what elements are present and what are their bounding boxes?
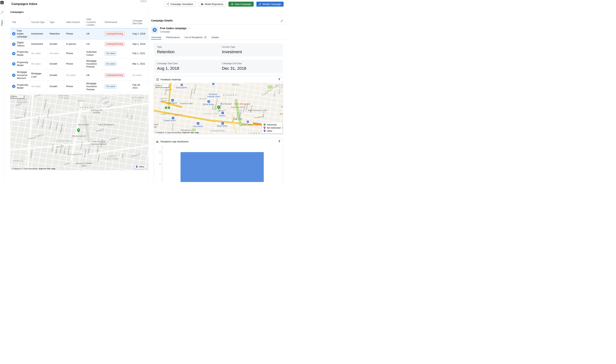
map-label: Mmuseumm xyxy=(181,129,191,131)
map-label: Ridge St xyxy=(261,111,265,118)
map-label: N Moore St xyxy=(161,113,170,115)
map-label: Norfolk St xyxy=(249,105,253,113)
modify-campaign-button[interactable]: Modify Campaign xyxy=(256,2,284,7)
campaign-simulation-button[interactable]: Campaign Simulation xyxy=(164,2,196,7)
type-cell: Retention xyxy=(48,92,64,93)
feedback-heatmap-card: Feedback heatmap SOHONOHOBOWERYLITTLE IT… xyxy=(154,76,283,134)
tab[interactable]: Details xyxy=(211,35,219,40)
performance-cell: No value xyxy=(103,58,131,70)
column-header[interactable]: Account Type xyxy=(29,16,48,28)
start-date-cell: Aug 1, 2018 xyxy=(131,28,148,40)
map-label: Ave A xyxy=(273,92,276,97)
map-marker-pin[interactable] xyxy=(77,129,80,132)
map-icon xyxy=(156,78,159,81)
map-label: M xyxy=(221,122,224,125)
pin-icon xyxy=(263,123,266,126)
improve-map-link[interactable]: Improve this map xyxy=(182,131,199,134)
widget-drag-handle[interactable]: ⋯ xyxy=(140,0,147,2)
map-label: Ave B xyxy=(278,89,281,94)
simulation-icon xyxy=(166,3,169,5)
map-label: NOHO xyxy=(232,83,239,86)
import-button[interactable] xyxy=(0,1,4,4)
table-header-row: TitleAccount TypeTypeValid ChannelValid … xyxy=(10,16,148,28)
map-label: CHINATOWN xyxy=(68,153,83,156)
campaigns-map-canvas[interactable]: HUDSON SQUARESQUARE VILLAGENOHOBOWERYALP… xyxy=(10,94,148,170)
map-label: ALPHABET CITY xyxy=(131,96,145,102)
interested-pin[interactable] xyxy=(217,105,220,109)
tab[interactable]: Overview xyxy=(151,35,162,40)
account-type-cell: Investment xyxy=(29,28,48,40)
map-legend-chip-other[interactable]: Other xyxy=(134,165,147,169)
table-row[interactable]: Propensity Model No value Growth Phone M… xyxy=(10,81,148,92)
campaign-title: Mortgage Insurance discount xyxy=(17,71,27,80)
campaign-title: Free trades campaign xyxy=(17,29,27,38)
left-rail: Filters xyxy=(0,0,4,182)
pin-icon xyxy=(263,127,266,129)
map-label: M xyxy=(247,121,249,123)
map-label: Pitt St xyxy=(121,154,124,159)
model-repository-button[interactable]: Model Repository xyxy=(198,2,226,7)
column-header[interactable]: Valid Channel xyxy=(64,16,84,28)
map-label: Stanton St xyxy=(96,128,104,132)
pin-icon xyxy=(136,166,138,168)
favorite-star-icon[interactable]: ☆ xyxy=(188,27,190,30)
map-label: 4 xyxy=(165,107,167,109)
column-header[interactable]: Title xyxy=(10,16,29,28)
map-label: BOWERY xyxy=(80,106,94,109)
filters-collapsed-panel[interactable]: Filters xyxy=(1,20,3,26)
filter-funnel-button[interactable] xyxy=(278,140,281,143)
map-label: Crosby St xyxy=(55,123,58,131)
expand-panel-button[interactable] xyxy=(1,11,3,14)
table-row[interactable]: Free trades campaign Investment Retentio… xyxy=(10,28,148,40)
campaigns-panel: Campaigns TitleAccount TypeTypeValid Cha… xyxy=(4,8,148,182)
table-row[interactable]: Customer Lifetime Value No value Retenti… xyxy=(10,92,148,93)
tab[interactable]: Performance xyxy=(166,35,180,40)
collapse-panel-button[interactable] xyxy=(280,19,284,23)
table-row[interactable]: Propensity Model No value No value Phone… xyxy=(10,49,148,58)
feedback-heatmap-canvas[interactable]: SOHONOHOBOWERYLITTLE ITALYCHINATOWNALPHA… xyxy=(154,83,283,134)
pin-icon xyxy=(263,130,266,132)
park-area xyxy=(267,85,273,89)
campaigns-table: TitleAccount TypeTypeValid ChannelValid … xyxy=(10,16,148,93)
dates-card: Campaign Start Date Aug 1, 2018 Campaign… xyxy=(154,60,283,73)
table-row[interactable]: Mortgage Insurance discount Mortgage Loa… xyxy=(10,69,148,81)
performance-badge: Underperforming xyxy=(105,42,124,46)
folder-icon xyxy=(201,3,204,5)
legend-item: Not Interested xyxy=(263,127,281,129)
globe-icon xyxy=(153,28,157,32)
performance-cell: Underperforming xyxy=(103,69,131,81)
map-label: Anthology Film Archives xyxy=(89,109,104,114)
map-label: Spring Street xyxy=(176,87,187,89)
map-label: Broadway–Lafayette Street xyxy=(206,93,221,98)
map-label: M xyxy=(221,112,224,114)
map-label: Wooster St xyxy=(193,85,197,93)
map-label: New Ch xyxy=(280,113,283,115)
map-label: LITTLE ITALY xyxy=(204,113,220,115)
column-header[interactable]: Campaign Start Date xyxy=(131,16,148,28)
improve-map-link[interactable]: Improve this map xyxy=(39,168,55,170)
map-label: Chrystie St xyxy=(80,141,83,150)
table-row[interactable]: Propensity Model No value Growth Phone M… xyxy=(10,58,148,70)
campaign-avatar xyxy=(151,26,158,33)
field-label: Campaign Start Date xyxy=(157,62,222,65)
filter-funnel-button[interactable] xyxy=(278,78,281,81)
map-label: Greene St xyxy=(37,117,40,125)
valid-channel-cell: No value xyxy=(64,69,84,81)
field-label: Campaign End Date xyxy=(222,62,280,65)
account-type-cell: No value xyxy=(29,58,48,70)
map-label: NOHO xyxy=(78,100,85,102)
page-title: Campaigns Inbox xyxy=(11,2,38,6)
column-header[interactable]: Performance xyxy=(103,16,131,28)
map-label: M xyxy=(171,99,174,102)
header-actions: Campaign Simulation Model Repository New… xyxy=(164,2,284,7)
column-header[interactable]: Valid Customer Location xyxy=(84,16,103,28)
table-row[interactable]: Digital Tokens Investment Growth In pers… xyxy=(10,40,148,49)
funnel-icon xyxy=(278,140,281,143)
map-label: Sushi On Jones xyxy=(231,106,244,108)
tab[interactable]: List of Recipients 1 xyxy=(184,35,207,40)
column-header[interactable]: Type xyxy=(48,16,64,28)
map-label: Canal Street xyxy=(167,102,177,104)
new-campaign-button[interactable]: New Campaign xyxy=(229,2,254,7)
map-attribution: © Mapbox © OpenStreetMapImprove this map xyxy=(11,167,56,170)
park-area xyxy=(214,108,217,110)
